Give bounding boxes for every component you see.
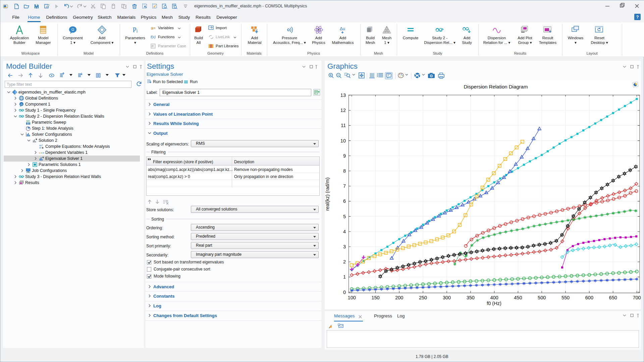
- svg-text:100: 100: [348, 295, 356, 300]
- svg-text:650: 650: [609, 295, 617, 300]
- svg-text:150: 150: [371, 295, 379, 300]
- svg-text:f: f: [42, 144, 43, 146]
- svg-text:9: 9: [343, 153, 346, 159]
- svg-text:123: 123: [26, 120, 30, 122]
- svg-text:Ω: Ω: [71, 27, 74, 32]
- svg-text:7: 7: [343, 183, 346, 189]
- svg-text:450: 450: [514, 295, 522, 300]
- svg-text:2: 2: [343, 259, 346, 264]
- svg-text:1: 1: [343, 274, 346, 280]
- svg-text:0: 0: [343, 290, 346, 295]
- svg-text:real(kz) (rad/m): real(kz) (rad/m): [325, 177, 330, 210]
- svg-text:u,: u,: [39, 152, 41, 154]
- svg-text:200: 200: [395, 295, 403, 300]
- svg-text:P: P: [152, 45, 154, 48]
- svg-text:5: 5: [343, 214, 346, 219]
- svg-text:600: 600: [585, 295, 593, 300]
- svg-text:400: 400: [490, 295, 498, 300]
- svg-text:6: 6: [343, 198, 346, 204]
- svg-text:8: 8: [343, 168, 346, 174]
- svg-text:4: 4: [343, 229, 346, 234]
- svg-text:300: 300: [443, 295, 451, 300]
- svg-text:13: 13: [340, 93, 346, 98]
- svg-text:10: 10: [340, 138, 346, 143]
- svg-text:3: 3: [343, 244, 346, 249]
- svg-text:w: w: [42, 152, 44, 154]
- svg-text:Pi: Pi: [132, 26, 138, 34]
- svg-text:Ω: Ω: [20, 103, 22, 106]
- svg-text:Dispersion Relation Diagram: Dispersion Relation Diagram: [464, 84, 528, 89]
- svg-text:f0 (Hz): f0 (Hz): [487, 301, 501, 306]
- svg-text:at: at: [39, 146, 41, 149]
- svg-text:500: 500: [538, 295, 546, 300]
- svg-text:11: 11: [341, 123, 346, 128]
- svg-text:700: 700: [633, 295, 641, 300]
- svg-text:12: 12: [340, 108, 346, 113]
- svg-text:a=: a=: [151, 26, 156, 31]
- svg-text:f(x): f(x): [151, 35, 156, 39]
- svg-text:350: 350: [467, 295, 475, 300]
- svg-text:250: 250: [419, 295, 427, 300]
- svg-text:550: 550: [561, 295, 570, 300]
- svg-text:au: au: [39, 144, 42, 146]
- svg-text:Δu: Δu: [340, 26, 345, 31]
